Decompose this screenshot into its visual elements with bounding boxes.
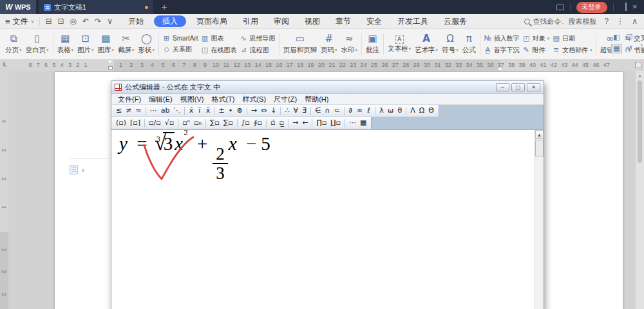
symbol-button[interactable]: Ω符号▾ <box>440 30 460 58</box>
tab-云服务[interactable]: 云服务 <box>436 16 475 27</box>
help-icon[interactable]: ? <box>605 17 609 26</box>
eq-minimize-button[interactable]: ─ <box>496 83 509 91</box>
new-tab-button[interactable]: + <box>153 0 175 14</box>
watermark-button[interactable]: ≈水印▾ <box>339 30 360 58</box>
online-chart-button[interactable]: ◫在线图表 <box>200 46 238 55</box>
print-preview-icon[interactable]: ◎ <box>70 17 77 26</box>
symbol-palette-button[interactable]: x́ <box>187 105 195 117</box>
smartart-button[interactable]: ⊞SmartArt <box>161 35 199 42</box>
symbol-palette-button[interactable]: ℓ <box>365 105 373 117</box>
symbol-palette-button[interactable]: x̄ <box>204 105 212 117</box>
textbox-button[interactable]: A文本框▾ <box>386 30 413 58</box>
symbol-palette-button[interactable]: Ω <box>417 105 426 117</box>
template-palette-button[interactable]: ∫▫ <box>240 117 252 129</box>
date-button[interactable]: ▤日期 <box>551 34 594 43</box>
shapes-button[interactable]: ◯形状▾ <box>137 30 157 58</box>
page-number-button[interactable]: #页码▾ <box>319 30 339 58</box>
symbol-palette-button[interactable]: ∴ <box>283 105 291 117</box>
wps-logo[interactable]: W WPS <box>0 0 36 14</box>
symbol-palette-button[interactable]: ⋯ <box>148 105 159 117</box>
gallery-button[interactable]: ▩图库▾ <box>96 30 117 58</box>
eq-menu-E[interactable]: 编辑(E) <box>145 95 176 104</box>
symbol-palette-button[interactable]: ≈ <box>133 105 143 117</box>
view-check-icon[interactable]: ☑ <box>624 32 635 42</box>
symbol-palette-button[interactable]: ≤ <box>114 105 124 117</box>
comment-button[interactable]: ▣批注 <box>364 30 381 58</box>
collapse-ribbon-icon[interactable]: ∧ <box>632 17 638 26</box>
redo-icon[interactable]: ↷ <box>95 17 101 26</box>
symbol-palette-button[interactable]: ∈ <box>313 105 323 117</box>
symbol-palette-button[interactable]: ⊗ <box>235 105 245 117</box>
tab-开发工具[interactable]: 开发工具 <box>390 16 436 27</box>
insert-number-button[interactable]: №插入数字 <box>482 34 521 43</box>
relation-diagram-button[interactable]: ◇关系图 <box>161 45 199 54</box>
first-line-indent-marker[interactable] <box>108 61 113 64</box>
flowchart-button[interactable]: ⊿流程图 <box>238 46 277 55</box>
symbol-palette-button[interactable]: ∞ <box>355 105 365 117</box>
template-palette-button[interactable]: ← <box>300 117 310 129</box>
tab-开始[interactable]: 开始 <box>120 16 151 27</box>
symbol-palette-button[interactable]: ⋱ <box>171 105 182 117</box>
tab-页面布局[interactable]: 页面布局 <box>189 16 235 27</box>
ribbon-overflow-chevron-icon[interactable]: › <box>640 41 643 48</box>
template-palette-button[interactable]: ▫ₙ <box>192 117 204 129</box>
tab-章节[interactable]: 章节 <box>328 16 359 27</box>
drop-cap-button[interactable]: A首字下沉 <box>482 46 521 55</box>
page-break-button[interactable]: ⧉分页▾ <box>3 30 24 58</box>
formula-button[interactable]: π公式 <box>460 30 478 58</box>
tab-插入[interactable]: 插入 <box>154 15 186 27</box>
view-frame-icon[interactable]: ▦ <box>611 44 622 53</box>
template-palette-button[interactable]: ∮▫ <box>252 117 264 129</box>
symbol-palette-button[interactable]: ⇔ <box>259 105 269 117</box>
screenshot-button[interactable]: ✂截屏▾ <box>116 30 137 58</box>
eq-menu-T[interactable]: 格式(T) <box>207 95 238 104</box>
save-icon[interactable]: ⊟ <box>45 17 52 26</box>
equation-editor-titlebar[interactable]: 公式编辑器 - 公式在 文字文 中 ─ □ ✕ <box>111 81 544 94</box>
left-indent-marker[interactable] <box>108 66 113 70</box>
eq-menu-F[interactable]: 文件(F) <box>114 95 145 104</box>
template-palette-button[interactable]: ⋯ <box>347 117 358 129</box>
template-palette-button[interactable]: ∑▫ <box>208 117 222 129</box>
template-palette-button[interactable]: ▫ⁿ <box>180 117 192 129</box>
view-columns-icon[interactable]: ◧ <box>611 32 622 42</box>
eq-menu-H[interactable]: 帮助(H) <box>301 95 332 104</box>
object-button[interactable]: ◰对象▾ <box>521 34 551 43</box>
more-commands-icon[interactable]: ∨ <box>107 17 113 26</box>
login-status-badge[interactable]: 未登录 <box>576 2 607 13</box>
eq-maximize-button[interactable]: □ <box>511 83 525 91</box>
template-palette-button[interactable]: ▫̄ <box>269 117 277 129</box>
template-palette-button[interactable]: ∐▫ <box>328 117 343 129</box>
wordart-button[interactable]: A艺术字▾ <box>413 30 440 58</box>
symbol-palette-button[interactable]: θ <box>395 105 404 117</box>
template-palette-button[interactable]: → <box>290 117 300 129</box>
symbol-palette-button[interactable]: ↓ <box>269 105 278 117</box>
tab-审阅[interactable]: 审阅 <box>266 16 297 27</box>
tab-引用[interactable]: 引用 <box>235 16 266 27</box>
template-palette-button[interactable]: [▫] <box>128 117 142 129</box>
eq-close-button[interactable]: ✕ <box>527 83 540 91</box>
view-rotate-icon[interactable]: ↺ <box>624 44 635 53</box>
picture-button[interactable]: ⊡图片▾ <box>75 30 96 58</box>
symbol-palette-button[interactable]: ∩ <box>323 105 332 117</box>
tab-安全[interactable]: 安全 <box>359 16 390 27</box>
tab-视图[interactable]: 视图 <box>297 16 328 27</box>
symbol-palette-button[interactable]: ± <box>216 105 226 117</box>
symbol-palette-button[interactable]: λ <box>377 105 386 117</box>
restore-button[interactable] <box>625 4 627 10</box>
blank-page-button[interactable]: ▯空白页▾ <box>24 30 51 58</box>
symbol-palette-button[interactable]: → <box>249 105 259 117</box>
header-footer-button[interactable]: ▭页眉和页脚 <box>281 30 319 58</box>
template-palette-button[interactable]: ▫̲ <box>277 117 285 129</box>
search-box[interactable]: 查找命令、搜索模板 <box>524 17 597 26</box>
embedded-object-icon[interactable] <box>70 165 78 174</box>
template-palette-button[interactable]: ∏▫ <box>314 117 328 129</box>
symbol-palette-button[interactable]: ∀ <box>291 105 300 117</box>
symbol-palette-button[interactable]: • <box>227 105 235 117</box>
eq-menu-V[interactable]: 视图(V) <box>176 95 208 104</box>
symbol-palette-button[interactable]: ∂ <box>346 105 355 117</box>
more-menu-icon[interactable]: ⋮ <box>616 17 624 26</box>
document-parts-button[interactable]: ≡文档部件▾ <box>551 46 594 55</box>
symbol-palette-button[interactable]: ⊂ <box>332 105 342 117</box>
template-palette-button[interactable]: (▫) <box>114 117 128 129</box>
close-button[interactable]: ✕ <box>632 4 638 10</box>
